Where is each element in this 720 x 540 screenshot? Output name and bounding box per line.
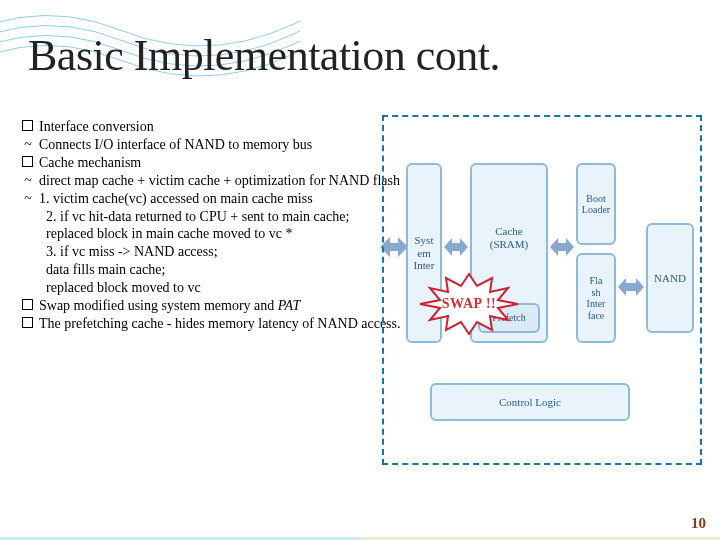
block-nand: NAND [646,223,694,333]
tilde-icon: ~ [22,136,34,154]
bullet: Cache mechanism [39,154,141,172]
checkbox-icon [22,299,33,310]
bullet: replaced block moved to vc [22,279,442,297]
bullet: data fills main cache; [22,261,442,279]
bullet: direct map cache + victim cache + optimi… [39,172,400,190]
block-flash-interface: Fla sh Inter face [576,253,616,343]
checkbox-icon [22,156,33,167]
block-boot-loader: Boot Loader [576,163,616,245]
swap-callout: SWAP !! [414,272,524,336]
slide: Basic Implementation cont. Interface con… [0,0,720,540]
page-number: 10 [691,515,706,532]
checkbox-icon [22,317,33,328]
bullet: 2. if vc hit-data returned to CPU + sent… [22,208,442,226]
bullet: Swap modified using system memory and PA… [39,297,300,315]
svg-marker-4 [618,278,644,296]
tilde-icon: ~ [22,172,34,190]
bullet: 3. if vc miss -> NAND access; [22,243,442,261]
bullet: replaced block in main cache moved to vc… [22,225,442,243]
bullet: 1. victim cache(vc) accessed on main cac… [39,190,313,208]
svg-marker-3 [550,238,574,256]
svg-marker-2 [444,238,468,256]
swap-callout-text: SWAP !! [414,272,524,336]
slide-title: Basic Implementation cont. [28,30,500,81]
svg-marker-1 [380,237,408,257]
bullet: Connects I/O interface of NAND to memory… [39,136,312,154]
checkbox-icon [22,120,33,131]
tilde-icon: ~ [22,190,34,208]
bullet: Interface conversion [39,118,154,136]
block-control-logic: Control Logic [430,383,630,421]
body-text: Interface conversion ~Connects I/O inter… [22,118,442,333]
bullet: The prefetching cache - hides memory lat… [39,315,401,333]
